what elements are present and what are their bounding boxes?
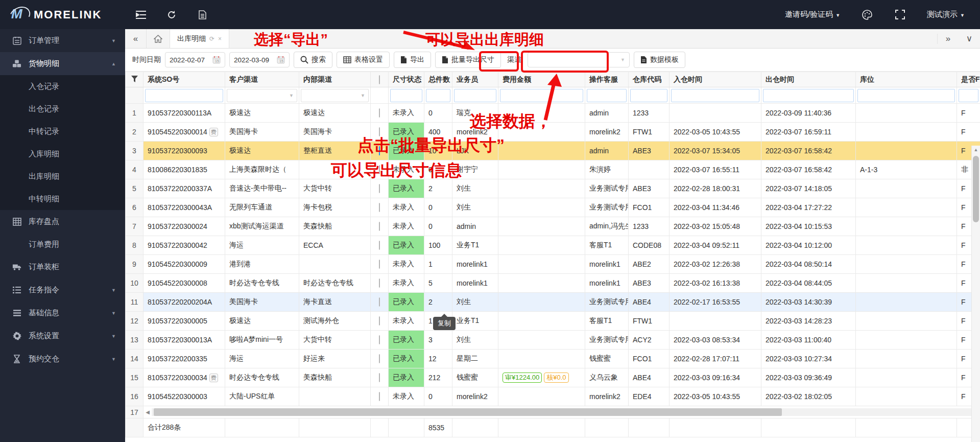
collapse-sidebar-icon[interactable] [135, 9, 147, 20]
row-checkbox[interactable] [371, 104, 389, 123]
row-checkbox[interactable] [371, 123, 389, 142]
filter-input-wh[interactable] [630, 89, 667, 102]
horizontal-scroll-thumb[interactable] [154, 408, 782, 416]
sidebar-item-基础信息[interactable]: 基础信息▼ [0, 301, 125, 324]
data-template-button[interactable]: 数据模板 [634, 52, 685, 68]
filter-input-last[interactable] [959, 89, 978, 102]
sidebar-item-出库明细[interactable]: 出库明细 [0, 165, 125, 188]
filter-select-cust[interactable]: ▼ [227, 89, 297, 102]
row-checkbox[interactable] [371, 274, 389, 293]
sidebar-item-入库明细[interactable]: 入库明细 [0, 143, 125, 165]
filter-input-ops[interactable] [587, 89, 627, 102]
filter-input-loc[interactable] [857, 89, 955, 102]
table-row[interactable]: 5810537220200337A音速达-美中带电--大货中转已录入2刘生业务测… [126, 179, 980, 198]
column-header-so[interactable]: 系统SO号 [144, 72, 225, 87]
column-header-amount[interactable]: 费用金额 [498, 72, 585, 87]
row-checkbox[interactable] [371, 142, 389, 160]
sidebar-item-货物明细[interactable]: 货物明细▲ [0, 52, 125, 75]
filter-input-sales[interactable] [454, 89, 496, 102]
sidebar-item-中转明细[interactable]: 中转明细 [0, 188, 125, 210]
sidebar-item-中转记录[interactable]: 中转记录 [0, 120, 125, 143]
sidebar-item-订单装柜[interactable]: 订单装柜 [0, 255, 125, 278]
column-header-status[interactable]: 尺寸状态 [389, 72, 424, 87]
table-row[interactable]: 12910537220300005极速达测试海外仓未录入1业务T1客服T1FTW… [126, 312, 980, 331]
table-row[interactable]: 8910537220300042海运ECCA已录入100业务T1客服T1CODE… [126, 236, 980, 255]
table-row[interactable]: 13810537220300013A哆啦A梦mini一号大货中转已录入3刘生业务… [126, 331, 980, 350]
row-checkbox[interactable] [371, 350, 389, 368]
vertical-scroll-thumb[interactable] [973, 156, 979, 222]
column-header-loc[interactable]: 库位 [856, 72, 957, 87]
table-row[interactable]: 11810537220200204A美国海卡海卡直送已录入2刘生业务测试专用AB… [126, 293, 980, 312]
row-checkbox[interactable] [371, 236, 389, 255]
row-checkbox[interactable] [371, 217, 389, 236]
date-to-field[interactable] [234, 56, 275, 64]
table-row[interactable]: 14910537220200335海运好运来已录入12星期二钱蜜蜜FCO1202… [126, 350, 980, 368]
invite-code-dropdown[interactable]: 邀请码/验证码▼ [785, 10, 840, 19]
column-header-ops[interactable]: 操作客服 [585, 72, 629, 87]
filter-select-internal[interactable]: ▼ [301, 89, 369, 102]
search-button[interactable]: 搜索 [294, 52, 332, 68]
column-header-cust[interactable]: 客户渠道 [225, 72, 299, 87]
sidebar-item-预约交仓[interactable]: 预约交仓▼ [0, 347, 125, 370]
scroll-up-arrow-icon[interactable]: ▲ [972, 146, 980, 154]
table-row[interactable]: 10910545220300008时必达专仓专线时必达专仓专线未录入5morel… [126, 274, 980, 293]
refresh-icon[interactable] [166, 9, 177, 20]
filter-funnel-icon[interactable] [126, 72, 144, 87]
row-checkbox[interactable] [371, 179, 389, 198]
sidebar-item-订单费用[interactable]: 订单费用 [0, 233, 125, 255]
scroll-left-arrow-icon[interactable]: ◀ [144, 409, 152, 415]
row-checkbox[interactable] [371, 160, 389, 179]
date-from-input[interactable]: 15 [165, 52, 225, 67]
table-row[interactable]: 6810537220300043A无限列车通道海卡包税未录入0刘生业务测试专用F… [126, 198, 980, 217]
home-tab-icon[interactable] [147, 29, 170, 48]
sidebar-item-入仓记录[interactable]: 入仓记录 [0, 75, 125, 98]
row-checkbox[interactable] [371, 255, 389, 274]
horizontal-scrollbar[interactable] [152, 408, 980, 416]
vertical-scrollbar[interactable]: ▲ [971, 146, 980, 442]
table-row[interactable]: 9910545220300009港到港未录入1morelink1morelink… [126, 255, 980, 274]
tab-outbound-detail[interactable]: 出库明细 ⟳ × [170, 29, 229, 48]
sidebar-item-订单管理[interactable]: 订单管理▼ [0, 29, 125, 52]
filter-input-amount[interactable] [500, 89, 583, 102]
table-row[interactable]: 16910545220300003大陆-UPS红单未录入0morelink2mo… [126, 387, 980, 406]
channel-select[interactable]: ▼ [528, 52, 630, 67]
export-button[interactable]: 导出 [394, 52, 431, 68]
row-checkbox[interactable] [371, 331, 389, 350]
user-menu[interactable]: 测试演示▼ [927, 10, 965, 19]
row-checkbox[interactable] [371, 293, 389, 312]
table-row[interactable]: 4810086220301835上海美森限时达（未录入0谢宇宁朱演婷2022-0… [126, 160, 980, 179]
select-all-checkbox[interactable] [371, 72, 389, 87]
table-row[interactable]: 1910537220300113A极速达极速达未录入0瑞克admin123320… [126, 104, 980, 123]
copy-tooltip[interactable]: 复制 [433, 317, 456, 330]
date-from-field[interactable] [170, 56, 210, 64]
theme-palette-icon[interactable] [862, 9, 873, 20]
filter-input-so[interactable] [145, 89, 223, 102]
sidebar-item-出仓记录[interactable]: 出仓记录 [0, 98, 125, 120]
column-header-last[interactable]: 是否FBA [957, 72, 980, 87]
sidebar-item-库存盘点[interactable]: 库存盘点 [0, 210, 125, 233]
sidebar-item-任务指令[interactable]: 任务指令▼ [0, 278, 125, 301]
tabs-menu-button[interactable]: ∨ [959, 33, 980, 44]
table-row[interactable]: 3910537220300093极速达整柜直送已录入10LJKadminABE3… [126, 142, 980, 160]
sidebar-item-系统设置[interactable]: 系统设置▼ [0, 324, 125, 347]
filter-input-tout[interactable] [763, 89, 854, 102]
column-header-wh[interactable]: 仓库代码 [629, 72, 670, 87]
column-header-internal[interactable]: 内部渠道 [299, 72, 371, 87]
row-checkbox[interactable] [371, 387, 389, 406]
filter-input-status[interactable] [390, 89, 422, 102]
row-checkbox[interactable] [371, 368, 389, 387]
tab-close-icon[interactable]: × [218, 35, 222, 42]
date-to-input[interactable]: 15 [229, 52, 290, 67]
document-icon[interactable] [197, 9, 208, 20]
column-header-sales[interactable]: 业务员 [452, 72, 498, 87]
filter-input-tin[interactable] [671, 89, 759, 102]
column-header-tout[interactable]: 出仓时间 [761, 72, 856, 87]
row-checkbox[interactable] [371, 198, 389, 217]
row-checkbox[interactable] [371, 312, 389, 331]
batch-export-size-button[interactable]: 批量导出尺寸 [435, 52, 501, 68]
tab-refresh-icon[interactable]: ⟳ [209, 35, 214, 42]
table-settings-button[interactable]: 表格设置 [337, 52, 390, 68]
column-header-qty[interactable]: 总件数 [424, 72, 452, 87]
table-row[interactable]: 7910537220300024xbb测试海运渠道美森快船未录入0adminad… [126, 217, 980, 236]
table-row[interactable]: 15810537220300034费时必达专仓专线美森快船已录入212钱蜜蜜审¥… [126, 368, 980, 387]
